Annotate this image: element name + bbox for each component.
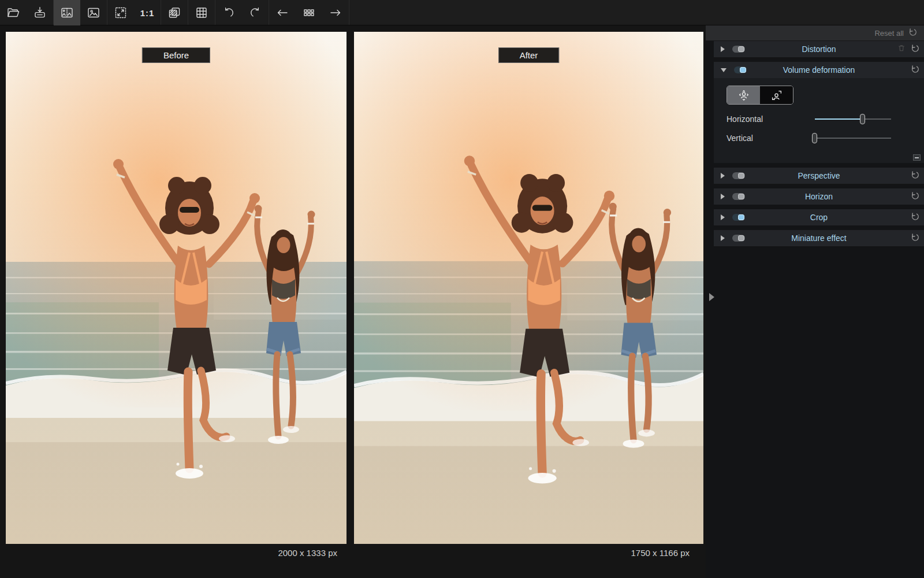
reset-all-button[interactable]: Reset all bbox=[874, 29, 904, 38]
redo-icon[interactable] bbox=[242, 0, 269, 25]
corrections-sidebar: Reset all Distortion bbox=[706, 25, 924, 578]
export-image-icon[interactable] bbox=[27, 0, 53, 25]
distortion-toggle[interactable] bbox=[732, 46, 745, 53]
panel-undo-icon[interactable] bbox=[911, 65, 919, 76]
panel-title: Distortion bbox=[714, 45, 924, 54]
collapse-arrow-icon[interactable] bbox=[721, 68, 726, 72]
panel-undo-icon[interactable] bbox=[911, 191, 919, 202]
before-photo bbox=[354, 32, 703, 544]
horizon-toggle[interactable] bbox=[732, 193, 745, 200]
horizontal-slider-label: Horizontal bbox=[726, 114, 763, 124]
panel-header-miniature-effect[interactable]: Miniature effect bbox=[714, 230, 924, 246]
horizontal-slider-handle[interactable] bbox=[860, 114, 865, 124]
vertical-slider-handle[interactable] bbox=[812, 133, 817, 143]
minimize-panel-icon[interactable] bbox=[913, 154, 921, 161]
zoom-1-1-icon[interactable]: 1:1 bbox=[134, 0, 161, 25]
previous-image-icon[interactable] bbox=[269, 0, 296, 25]
sidebar-collapse-handle-icon[interactable] bbox=[709, 293, 714, 301]
view-mode-tool-group bbox=[54, 0, 107, 25]
compare-before-after-icon[interactable] bbox=[54, 0, 80, 25]
zoom-1-1-label: 1:1 bbox=[140, 8, 155, 18]
expand-arrow-icon[interactable] bbox=[721, 214, 725, 220]
perspective-toggle[interactable] bbox=[732, 172, 745, 179]
duplicate-tool-group bbox=[161, 0, 188, 25]
panel-title: Miniature effect bbox=[714, 234, 924, 243]
application-window: 1:1 bbox=[0, 0, 924, 578]
panel-undo-icon[interactable] bbox=[911, 212, 919, 223]
before-image-panel[interactable]: Before bbox=[6, 32, 346, 544]
panel-header-horizon[interactable]: Horizon bbox=[714, 188, 924, 205]
panel-undo-icon[interactable] bbox=[911, 171, 919, 181]
open-folder-icon[interactable] bbox=[0, 0, 27, 25]
panel-header-volume-deformation[interactable]: Volume deformation bbox=[714, 62, 924, 78]
expand-arrow-icon[interactable] bbox=[721, 173, 725, 179]
panel-undo-icon[interactable] bbox=[911, 44, 919, 55]
panel-title: Horizon bbox=[714, 192, 924, 201]
image-browser-icon[interactable] bbox=[296, 0, 322, 25]
horizontal-slider[interactable] bbox=[815, 114, 891, 124]
correction-panels: Distortion Volume deformation bbox=[714, 41, 924, 246]
after-image-panel[interactable]: After bbox=[354, 32, 703, 544]
grid-overlay-icon[interactable] bbox=[188, 0, 215, 25]
trash-icon[interactable] bbox=[897, 44, 906, 54]
grid-tool-group bbox=[188, 0, 215, 25]
volume-deformation-toggle[interactable] bbox=[734, 66, 747, 73]
panel-title: Crop bbox=[714, 213, 924, 222]
expand-arrow-icon[interactable] bbox=[721, 194, 725, 199]
single-image-preview-icon[interactable] bbox=[80, 0, 107, 25]
file-tool-group bbox=[0, 0, 54, 25]
next-image-icon[interactable] bbox=[322, 0, 349, 25]
before-label-chip: Before bbox=[142, 47, 210, 63]
before-dimensions-label: 2000 x 1333 px bbox=[6, 548, 346, 558]
panel-title: Perspective bbox=[714, 171, 924, 180]
mode-horizontal-vertical-button[interactable] bbox=[727, 86, 760, 104]
panel-header-crop[interactable]: Crop bbox=[714, 209, 924, 225]
undo-icon[interactable] bbox=[215, 0, 242, 25]
reset-all-undo-icon[interactable] bbox=[908, 28, 917, 39]
reset-all-bar: Reset all bbox=[706, 25, 924, 40]
after-dimensions-label: 1750 x 1166 px bbox=[354, 548, 703, 558]
zoom-tool-group: 1:1 bbox=[107, 0, 161, 25]
panel-header-distortion[interactable]: Distortion bbox=[714, 41, 924, 57]
vertical-slider-label: Vertical bbox=[726, 134, 753, 143]
panel-undo-icon[interactable] bbox=[911, 233, 919, 244]
volume-deformation-body: Horizontal Vertical bbox=[714, 78, 924, 163]
fit-to-screen-icon[interactable] bbox=[107, 0, 134, 25]
expand-arrow-icon[interactable] bbox=[721, 46, 725, 52]
deformation-mode-switch bbox=[726, 86, 793, 105]
navigation-tool-group bbox=[269, 0, 349, 25]
duplicate-image-icon[interactable] bbox=[161, 0, 188, 25]
panel-header-perspective[interactable]: Perspective bbox=[714, 168, 924, 184]
vertical-slider[interactable] bbox=[815, 133, 891, 143]
mode-diagonal-button[interactable] bbox=[760, 86, 793, 104]
history-tool-group bbox=[215, 0, 269, 25]
before-photo bbox=[6, 32, 346, 544]
crop-toggle[interactable] bbox=[732, 214, 745, 221]
image-viewer: Before bbox=[0, 25, 706, 578]
after-label-chip: After bbox=[498, 47, 560, 63]
expand-arrow-icon[interactable] bbox=[721, 235, 725, 241]
after-photo bbox=[354, 32, 703, 544]
miniature-effect-toggle[interactable] bbox=[732, 235, 745, 242]
main-toolbar: 1:1 bbox=[0, 0, 924, 25]
